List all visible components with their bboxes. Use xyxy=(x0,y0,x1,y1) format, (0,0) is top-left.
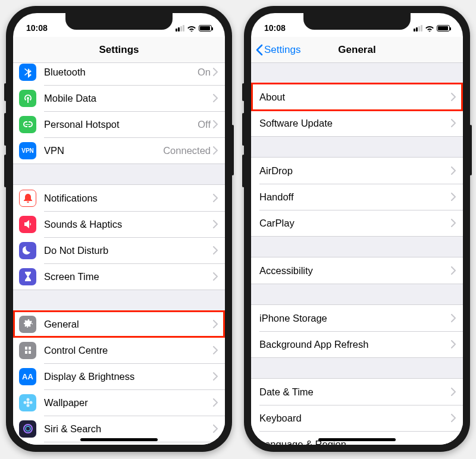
row-value: Connected xyxy=(163,145,211,156)
chevron-right-icon xyxy=(451,440,456,445)
row-label: Wallpaper xyxy=(44,397,213,408)
general-row[interactable]: General xyxy=(13,311,225,337)
bluetooth-row[interactable]: BluetoothOn xyxy=(13,63,225,85)
sound-icon xyxy=(19,216,36,233)
aa-icon: AA xyxy=(19,368,36,385)
chevron-right-icon xyxy=(213,346,218,354)
svg-point-5 xyxy=(24,425,32,433)
page-title: General xyxy=(338,44,375,56)
row-label: Do Not Disturb xyxy=(44,245,213,256)
handoff-row[interactable]: Handoff xyxy=(251,184,463,210)
row-label: Siri & Search xyxy=(44,423,213,435)
chevron-right-icon xyxy=(451,340,456,348)
phone-left: 10:08 Settings BluetoothOnMobile DataPer… xyxy=(6,6,232,452)
row-label: Control Centre xyxy=(44,345,213,356)
svg-point-4 xyxy=(29,401,32,404)
row-label: Sounds & Haptics xyxy=(44,219,213,230)
chevron-right-icon xyxy=(451,414,456,422)
nav-bar: Settings xyxy=(13,37,225,63)
wifi-icon xyxy=(425,24,434,32)
chevron-right-icon xyxy=(451,219,456,227)
screentime-row[interactable]: Screen Time xyxy=(13,263,225,290)
settings-list[interactable]: BluetoothOnMobile DataPersonal HotspotOf… xyxy=(13,63,225,445)
mobile-data-row[interactable]: Mobile Data xyxy=(13,85,225,111)
display-row[interactable]: AADisplay & Brightness xyxy=(13,363,225,389)
chevron-right-icon xyxy=(213,146,218,155)
row-value: On xyxy=(198,67,211,78)
gear-icon xyxy=(19,316,36,333)
svg-point-3 xyxy=(23,401,26,404)
phone-right: 10:08 Settings General AboutSoftware Upd… xyxy=(244,6,470,452)
bell-icon xyxy=(19,190,36,207)
date-time-row[interactable]: Date & Time xyxy=(251,379,463,405)
software-update-row[interactable]: Software Update xyxy=(251,110,463,136)
bg-app-refresh-row[interactable]: Background App Refresh xyxy=(251,331,463,357)
chevron-right-icon xyxy=(213,425,218,433)
control-centre-row[interactable]: Control Centre xyxy=(13,337,225,363)
chevron-right-icon xyxy=(451,93,456,101)
flower-icon xyxy=(19,394,36,411)
status-time: 10:08 xyxy=(264,23,286,33)
faceid-row[interactable]: Face ID & Passcode xyxy=(13,442,225,445)
chevron-left-icon xyxy=(256,44,263,56)
chevron-right-icon xyxy=(451,266,456,275)
sounds-row[interactable]: Sounds & Haptics xyxy=(13,211,225,237)
notch xyxy=(303,13,411,30)
row-label: General xyxy=(44,319,213,330)
carplay-row[interactable]: CarPlay xyxy=(251,210,463,236)
chevron-right-icon xyxy=(213,372,218,381)
svg-point-0 xyxy=(27,401,29,404)
chevron-right-icon xyxy=(451,314,456,322)
dnd-row[interactable]: Do Not Disturb xyxy=(13,237,225,263)
svg-point-2 xyxy=(26,404,29,407)
chevron-right-icon xyxy=(213,94,218,102)
back-label: Settings xyxy=(264,44,300,56)
row-label: Keyboard xyxy=(259,413,451,424)
chevron-right-icon xyxy=(213,246,218,254)
row-label: Software Update xyxy=(259,118,451,129)
chevron-right-icon xyxy=(451,166,456,175)
cellular-signal-icon xyxy=(414,25,422,32)
vpn-row[interactable]: VPNVPNConnected xyxy=(13,137,225,164)
row-label: AirDrop xyxy=(259,165,451,177)
chevron-right-icon xyxy=(213,220,218,228)
keyboard-row[interactable]: Keyboard xyxy=(251,405,463,431)
cc-icon xyxy=(19,342,36,359)
chevron-right-icon xyxy=(451,193,456,201)
svg-point-1 xyxy=(26,398,29,401)
notifications-row[interactable]: Notifications xyxy=(13,185,225,211)
battery-icon xyxy=(437,25,450,32)
row-label: Date & Time xyxy=(259,386,451,398)
row-label: iPhone Storage xyxy=(259,313,451,324)
row-label: Background App Refresh xyxy=(259,339,451,350)
iphone-storage-row[interactable]: iPhone Storage xyxy=(251,305,463,331)
chevron-right-icon xyxy=(213,272,218,281)
personal-hotspot-row[interactable]: Personal HotspotOff xyxy=(13,111,225,137)
row-label: VPN xyxy=(44,145,163,156)
svg-point-6 xyxy=(26,426,30,431)
general-list[interactable]: AboutSoftware UpdateAirDropHandoffCarPla… xyxy=(251,63,463,445)
link-icon xyxy=(19,116,36,133)
row-label: About xyxy=(259,92,451,103)
home-indicator[interactable] xyxy=(80,438,158,441)
row-label: Accessibility xyxy=(259,265,451,276)
row-label: Bluetooth xyxy=(44,67,198,78)
home-indicator[interactable] xyxy=(318,438,396,441)
row-label: Mobile Data xyxy=(44,93,213,104)
chevron-right-icon xyxy=(213,320,218,328)
moon-icon xyxy=(19,242,36,259)
chevron-right-icon xyxy=(451,388,456,396)
back-button[interactable]: Settings xyxy=(256,44,300,56)
notch xyxy=(65,13,173,30)
page-title: Settings xyxy=(99,44,139,56)
row-label: Personal Hotspot xyxy=(44,119,198,130)
siri-icon xyxy=(19,420,36,438)
bt-icon xyxy=(19,64,36,81)
row-label: Screen Time xyxy=(44,271,213,282)
airdrop-row[interactable]: AirDrop xyxy=(251,158,463,184)
about-row[interactable]: About xyxy=(251,84,463,110)
wallpaper-row[interactable]: Wallpaper xyxy=(13,389,225,416)
accessibility-row[interactable]: Accessibility xyxy=(251,257,463,284)
chevron-right-icon xyxy=(213,120,218,128)
battery-icon xyxy=(199,25,212,32)
